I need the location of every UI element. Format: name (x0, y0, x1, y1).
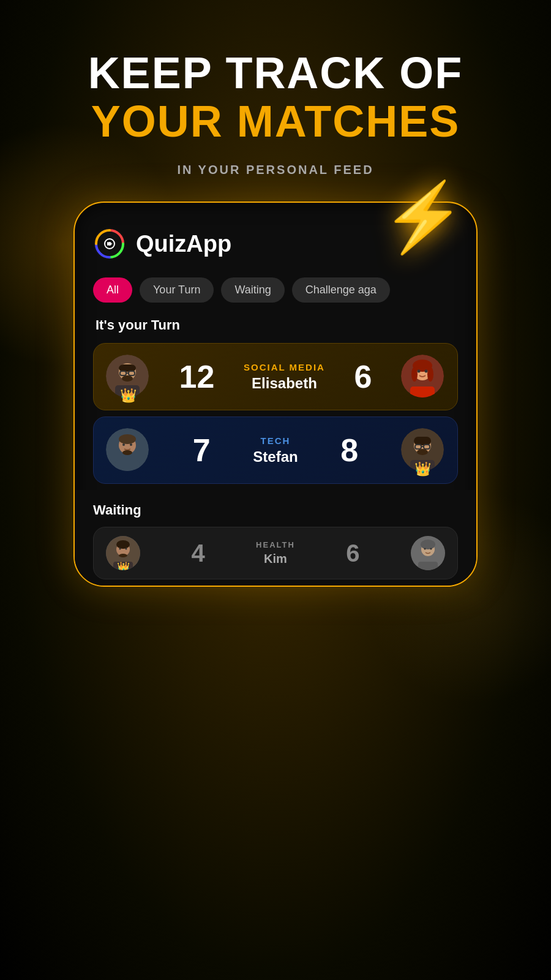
your-turn-label: It's your Turn (93, 317, 458, 333)
svg-rect-25 (115, 460, 140, 471)
opponent-score-2: 8 (340, 432, 358, 469)
filter-tab-waiting[interactable]: Waiting (221, 277, 284, 303)
lightning-icon: ⚡ (381, 183, 465, 251)
app-name: QuizApp (136, 231, 231, 257)
match-center-1: SOCIAL MEDIA Elisabeth (244, 362, 325, 392)
waiting-category: HEALTH (256, 540, 295, 549)
my-avatar-wrap-1: 👑 (106, 355, 150, 399)
svg-rect-28 (414, 437, 431, 445)
svg-point-21 (119, 434, 136, 444)
opponent-avatar-1 (401, 355, 444, 398)
waiting-avatar-left: 👑 (106, 536, 140, 570)
svg-point-15 (427, 367, 433, 382)
filter-tab-your-turn[interactable]: Your Turn (140, 277, 214, 303)
waiting-match-center: HEALTH Kim (256, 540, 295, 566)
match-center-2: TECH Stefan (253, 435, 298, 466)
svg-point-36 (116, 540, 130, 549)
crown-1: 👑 (120, 388, 137, 404)
waiting-avatar-right (411, 536, 445, 570)
opponent-avatar-wrap-2: 👑 (401, 428, 445, 472)
svg-point-22 (122, 443, 125, 446)
match-card-stefan[interactable]: 7 TECH Stefan 8 (93, 417, 458, 484)
svg-point-39 (119, 554, 127, 557)
match-card-kim[interactable]: 👑 4 HEALTH Kim 6 (93, 527, 458, 579)
svg-point-16 (417, 370, 420, 373)
phone-frame: QuizApp All Your Turn Waiting Challenge … (73, 202, 478, 587)
svg-point-32 (417, 449, 428, 455)
match-card-elisabeth[interactable]: 👑 12 SOCIAL MEDIA Elisabeth 6 (93, 343, 458, 410)
my-avatar-wrap-2 (106, 428, 150, 472)
svg-point-17 (424, 370, 427, 373)
phone-wrapper: ⚡ QuizApp (73, 202, 478, 587)
headline: KEEP TRACK OF YOUR MATCHES (88, 49, 463, 146)
crown-2: 👑 (414, 461, 431, 477)
svg-point-14 (411, 367, 418, 382)
svg-point-37 (119, 548, 121, 550)
waiting-opponent: Kim (264, 552, 287, 566)
svg-point-23 (130, 443, 132, 446)
svg-point-38 (126, 548, 127, 550)
opponent-1: Elisabeth (252, 375, 317, 392)
svg-point-24 (122, 450, 132, 455)
app-logo (93, 227, 126, 260)
my-avatar-2 (106, 428, 149, 471)
svg-point-45 (430, 548, 432, 550)
waiting-score-right: 6 (346, 540, 359, 567)
filter-tab-all[interactable]: All (93, 277, 132, 303)
waiting-avatar-right-img (411, 536, 445, 570)
waiting-section: Waiting 👑 (75, 490, 476, 586)
headline-line2: YOUR MATCHES (88, 97, 463, 146)
headline-line1: KEEP TRACK OF (88, 49, 463, 97)
svg-rect-18 (410, 386, 435, 398)
waiting-label: Waiting (93, 502, 458, 518)
category-1: SOCIAL MEDIA (244, 362, 325, 372)
waiting-score-left: 4 (191, 540, 204, 567)
opponent-2: Stefan (253, 448, 298, 466)
filter-tabs: All Your Turn Waiting Challenge aga (93, 277, 458, 303)
svg-point-9 (122, 375, 133, 382)
opponent-avatar-wrap-1 (401, 355, 445, 399)
opponent-score-1: 6 (354, 358, 372, 395)
category-2: TECH (261, 435, 291, 446)
filter-tab-challenge[interactable]: Challenge aga (292, 277, 390, 303)
svg-point-44 (424, 548, 425, 550)
svg-point-43 (421, 540, 435, 549)
svg-rect-46 (418, 562, 438, 570)
my-score-1: 12 (179, 358, 215, 395)
subtitle: IN YOUR PERSONAL FEED (177, 163, 373, 177)
my-score-2: 7 (193, 432, 211, 469)
